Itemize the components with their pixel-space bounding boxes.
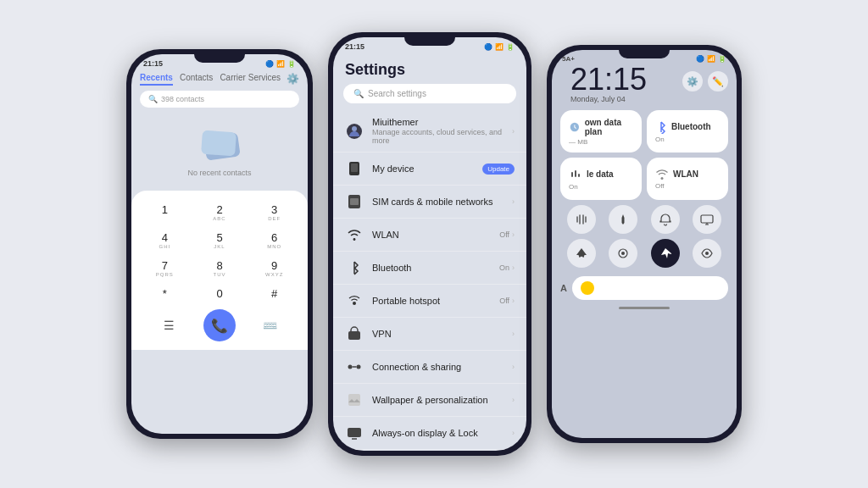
chevron-icon: › <box>512 396 515 404</box>
svg-rect-7 <box>348 331 360 340</box>
chevron-icon: › <box>512 127 515 136</box>
dial-key-8[interactable]: 8TUV <box>193 255 247 281</box>
dial-key-9[interactable]: 9WXYZ <box>248 255 301 281</box>
cc-btn-bell[interactable] <box>651 205 680 234</box>
cc-btn-screenmirror[interactable] <box>693 205 721 234</box>
cc-edit-icon[interactable]: ✏️ <box>708 71 728 92</box>
no-recent-label: No recent contacts <box>187 169 251 177</box>
cc-btn-grayscale[interactable] <box>609 239 637 268</box>
tile-bluetooth-name: Bluetooth <box>671 122 711 131</box>
chevron-icon: › <box>512 363 515 371</box>
cc-settings-icon[interactable]: ⚙️ <box>682 71 703 92</box>
tile-dataplan-sub: — MB <box>569 138 633 146</box>
brightness-dot <box>581 281 594 295</box>
sim-icon <box>345 192 364 211</box>
svg-rect-11 <box>348 428 361 437</box>
settings-item-mydevice[interactable]: My device Update <box>333 152 526 186</box>
miuithemer-sub: Manage accounts, cloud services, and mor… <box>372 128 512 145</box>
wallpaper-content: Wallpaper & personalization <box>372 395 512 405</box>
wlan-title: WLAN <box>372 230 499 240</box>
cc-tiles-grid: own data plan — MB Bluetooth On le data … <box>552 110 737 205</box>
svg-rect-3 <box>351 164 358 172</box>
cc-tile-wlan[interactable]: WLAN Off <box>647 158 728 200</box>
contacts-search[interactable]: 🔍 398 contacts <box>140 91 299 108</box>
settings-item-bluetooth[interactable]: Bluetooth On › <box>333 252 526 285</box>
tab-recents[interactable]: Recents <box>140 73 173 86</box>
settings-item-connection[interactable]: Connection & sharing › <box>333 351 526 384</box>
home-indicator[interactable] <box>619 307 670 309</box>
dial-key-1[interactable]: 1 <box>138 199 192 225</box>
mydevice-right: Update <box>482 164 515 175</box>
settings-item-miuithemer[interactable]: Miuithemer Manage accounts, cloud servic… <box>333 110 526 152</box>
dial-grid: 1 2ABC 3DEF 4GHI 5JKL 6MNO 7PQRS 8TUV 9W… <box>138 199 301 304</box>
settings-item-sim[interactable]: SIM cards & mobile networks › <box>333 186 526 219</box>
bluetooth-icon <box>345 258 364 277</box>
sim-right: › <box>512 197 515 206</box>
status-icons-2: 🔵 📶 🔋 <box>484 43 515 51</box>
update-badge: Update <box>482 164 515 175</box>
notch-1 <box>194 54 245 63</box>
cc-btn-vibrate[interactable] <box>567 205 596 234</box>
dialpad-icon-btn[interactable]: ⌨️ <box>257 312 284 339</box>
svg-rect-10 <box>348 394 360 406</box>
menu-icon-btn[interactable]: ☰ <box>155 312 182 339</box>
svg-point-17 <box>585 286 589 291</box>
settings-icon[interactable]: ⚙️ <box>287 73 299 85</box>
dial-key-0[interactable]: 0 <box>193 283 247 304</box>
mydevice-icon <box>345 159 364 178</box>
cc-tile-bluetooth[interactable]: Bluetooth On <box>647 110 728 152</box>
settings-item-hotspot[interactable]: Portable hotspot Off › <box>333 285 526 318</box>
settings-title: Settings <box>333 53 526 84</box>
dial-key-hash[interactable]: # <box>248 283 301 304</box>
settings-item-wallpaper[interactable]: Wallpaper & personalization › <box>333 384 526 417</box>
svg-rect-13 <box>701 215 713 223</box>
miuithemer-right: › <box>512 127 515 136</box>
vpn-title: VPN <box>372 329 512 339</box>
cc-btn-flashlight[interactable] <box>609 205 637 234</box>
svg-point-15 <box>621 252 625 255</box>
hotspot-title: Portable hotspot <box>372 296 499 306</box>
brightness-slider[interactable] <box>572 276 728 300</box>
dial-key-2[interactable]: 2ABC <box>193 199 247 225</box>
bluetooth-status: On <box>499 263 509 272</box>
card-front <box>201 130 236 157</box>
phone-2-screen: 21:15 🔵 📶 🔋 Settings 🔍 Search settings M… <box>333 37 526 451</box>
search-placeholder: 398 contacts <box>161 95 204 103</box>
dial-key-4[interactable]: 4GHI <box>138 227 192 253</box>
mydevice-title: My device <box>372 164 482 174</box>
tile-bluetooth-status: On <box>655 136 720 143</box>
cc-tile-mobiledata[interactable]: le data On <box>560 158 642 200</box>
wallpaper-right: › <box>512 396 515 404</box>
dial-key-star[interactable]: * <box>138 283 192 304</box>
search-icon: 🔍 <box>148 95 158 103</box>
cc-btn-eye[interactable] <box>693 239 721 268</box>
hotspot-status: Off <box>499 297 509 305</box>
dial-bottom: ☰ 📞 ⌨️ <box>138 306 301 345</box>
phone-2: 21:15 🔵 📶 🔋 Settings 🔍 Search settings M… <box>328 32 531 456</box>
phone-3: 5A+ 🔵 📶 🔋 21:15 Monday, July 04 ⚙️ ✏️ <box>547 45 742 443</box>
svg-point-6 <box>353 302 356 305</box>
dial-key-3[interactable]: 3DEF <box>248 199 301 225</box>
chevron-icon: › <box>512 230 515 239</box>
settings-item-wlan[interactable]: WLAN Off › <box>333 219 526 252</box>
tab-carrier[interactable]: Carrier Services <box>220 73 281 86</box>
tab-contacts[interactable]: Contacts <box>180 73 213 86</box>
display-title: Always-on display & Lock <box>372 428 512 438</box>
chevron-icon: › <box>512 429 515 437</box>
dial-key-6[interactable]: 6MNO <box>248 227 301 253</box>
vpn-icon <box>345 324 364 343</box>
cc-tile-dataplan[interactable]: own data plan — MB <box>560 110 642 152</box>
dial-key-5[interactable]: 5JKL <box>193 227 247 253</box>
cc-btn-airplane[interactable] <box>567 239 596 268</box>
hotspot-icon <box>345 291 364 310</box>
empty-state: No recent contacts <box>131 114 308 186</box>
cc-btn-location[interactable] <box>651 239 680 268</box>
settings-search-bar[interactable]: 🔍 Search settings <box>343 84 516 103</box>
settings-item-vpn[interactable]: VPN › <box>333 318 526 351</box>
brightness-a-label: A <box>560 283 567 293</box>
settings-item-display[interactable]: Always-on display & Lock › <box>333 417 526 450</box>
dial-key-7[interactable]: 7PQRS <box>138 255 192 281</box>
connection-content: Connection & sharing <box>372 362 512 372</box>
call-button[interactable]: 📞 <box>203 309 236 341</box>
status-time-1: 21:15 <box>143 59 163 68</box>
